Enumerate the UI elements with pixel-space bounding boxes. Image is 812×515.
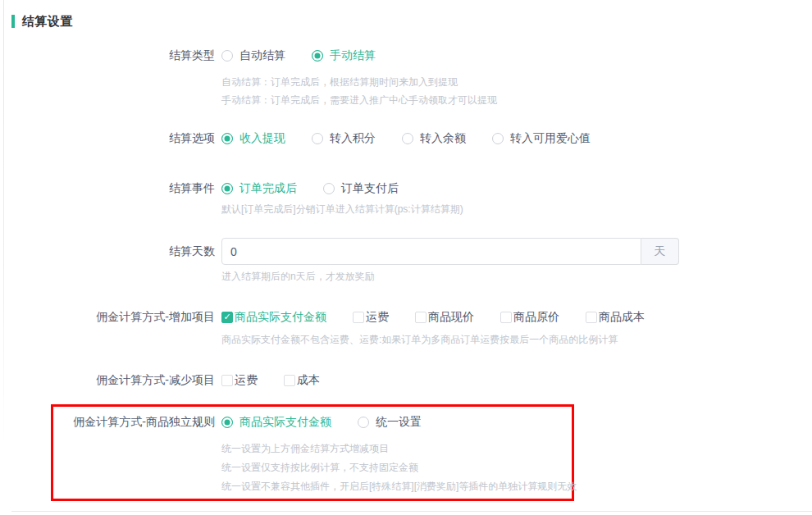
- highlight-red-box: 佣金计算方式-商品独立规则 商品实际支付金额 统一设置 统一设置为上方佣金结算方…: [51, 404, 574, 501]
- radio-manual-settlement[interactable]: 手动结算: [312, 48, 376, 63]
- radio-auto-settlement[interactable]: 自动结算: [221, 48, 285, 63]
- radio-manual-settlement-label: 手动结算: [330, 48, 376, 63]
- radio-icon: [221, 50, 233, 62]
- commission-add-row: 佣金计算方式-增加项目 商品实际支付金额 运费 商品现价 商品原价 商品成本: [0, 309, 812, 325]
- help-line: 统一设置不兼容其他插件，开启后[特殊结算][消费奖励]等插件的单独计算规则无效: [221, 477, 572, 496]
- checkbox-freight[interactable]: 运费: [353, 309, 389, 325]
- radio-to-balance[interactable]: 转入余额: [402, 130, 466, 146]
- commission-independent-label: 佣金计算方式-商品独立规则: [53, 414, 215, 430]
- checkbox-icon: [221, 375, 233, 386]
- radio-order-paid[interactable]: 订单支付后: [323, 180, 399, 196]
- checkbox-minus-cost-label: 成本: [297, 372, 320, 388]
- radio-to-points-label: 转入积分: [330, 130, 376, 146]
- help-line: 自动结算：订单完成后，根据结算期时间来加入到提现: [221, 73, 812, 91]
- checkbox-product-actual-payment[interactable]: 商品实际支付金额: [221, 309, 326, 325]
- commission-minus-row: 佣金计算方式-减少项目 运费 成本: [0, 372, 812, 388]
- settlement-days-input[interactable]: [221, 238, 641, 265]
- help-line: 进入结算期后的n天后，才发放奖励: [221, 268, 812, 285]
- checkbox-freight-label: 运费: [366, 309, 389, 325]
- radio-icon: [492, 133, 504, 144]
- checkbox-product-cost-label: 商品成本: [599, 309, 645, 325]
- settle-type-help: 自动结算：订单完成后，根据结算期时间来加入到提现 手动结算：订单完成后，需要进入…: [221, 73, 812, 109]
- settle-option-label: 结算选项: [0, 130, 215, 146]
- radio-income-withdraw-label: 收入提现: [239, 130, 285, 146]
- radio-unified-setting-label: 统一设置: [376, 414, 422, 430]
- section-header: 结算设置: [0, 0, 812, 30]
- help-line: 默认[订单完成后]分销订单进入结算计算(ps:计算结算期): [221, 201, 812, 217]
- settle-days-input-group: 天: [221, 238, 679, 265]
- radio-to-balance-label: 转入余额: [420, 130, 466, 146]
- checkbox-original-price-label: 商品原价: [513, 309, 559, 325]
- checkbox-product-actual-payment-label: 商品实际支付金额: [235, 309, 326, 325]
- settle-event-label: 结算事件: [0, 180, 215, 196]
- radio-order-paid-label: 订单支付后: [341, 180, 399, 196]
- commission-minus-label: 佣金计算方式-减少项目: [0, 372, 215, 388]
- commission-independent-help: 统一设置为上方佣金结算方式增减项目 统一设置仅支持按比例计算，不支持固定金额 统…: [221, 440, 572, 496]
- radio-to-love-value-label: 转入可用爱心值: [510, 130, 591, 146]
- radio-auto-settlement-label: 自动结算: [239, 48, 285, 63]
- checkbox-icon: [586, 312, 597, 323]
- radio-selected-icon: [312, 50, 323, 62]
- radio-icon: [402, 133, 413, 144]
- radio-icon: [323, 183, 335, 194]
- title-accent-bar: [11, 15, 15, 28]
- help-line: 统一设置为上方佣金结算方式增减项目: [221, 440, 572, 458]
- settle-event-row: 结算事件 订单完成后 订单支付后: [0, 180, 812, 196]
- radio-to-love-value[interactable]: 转入可用爱心值: [492, 130, 591, 146]
- radio-product-actual-payment-label: 商品实际支付金额: [239, 414, 331, 430]
- settle-option-row: 结算选项 收入提现 转入积分 转入余额 转入可用爱心值: [0, 130, 812, 146]
- checkbox-icon: [500, 312, 512, 323]
- radio-selected-icon: [221, 133, 233, 144]
- settle-days-label: 结算天数: [0, 244, 215, 259]
- commission-independent-row: 佣金计算方式-商品独立规则 商品实际支付金额 统一设置: [53, 414, 572, 430]
- radio-selected-icon: [221, 417, 233, 428]
- checkbox-icon: [353, 312, 364, 323]
- radio-income-withdraw[interactable]: 收入提现: [221, 130, 285, 146]
- radio-unified-setting[interactable]: 统一设置: [358, 414, 422, 430]
- settle-days-help: 进入结算期后的n天后，才发放奖励: [221, 268, 812, 285]
- settle-type-label: 结算类型: [0, 48, 215, 63]
- checkbox-current-price-label: 商品现价: [428, 309, 474, 325]
- checkbox-current-price[interactable]: 商品现价: [415, 309, 474, 325]
- checkbox-minus-cost[interactable]: 成本: [284, 372, 320, 388]
- checkbox-minus-freight[interactable]: 运费: [221, 372, 258, 388]
- days-unit-label: 天: [641, 238, 679, 265]
- settle-type-row: 结算类型 自动结算 手动结算: [0, 48, 812, 63]
- checkbox-original-price[interactable]: 商品原价: [500, 309, 559, 325]
- help-line: 统一设置仅支持按比例计算，不支持固定金额: [221, 458, 572, 477]
- radio-icon: [312, 133, 323, 144]
- panel-bottom-divider: [11, 511, 812, 512]
- commission-add-label: 佣金计算方式-增加项目: [0, 309, 215, 325]
- radio-icon: [358, 417, 369, 428]
- help-line: 手动结算：订单完成后，需要进入推广中心手动领取才可以提现: [221, 91, 812, 109]
- checkbox-icon: [284, 375, 295, 386]
- radio-to-points[interactable]: 转入积分: [312, 130, 376, 146]
- radio-selected-icon: [221, 183, 233, 194]
- checkbox-checked-icon: [221, 312, 233, 323]
- settle-days-row: 结算天数 天: [0, 238, 812, 265]
- checkbox-icon: [415, 312, 427, 323]
- settle-event-help: 默认[订单完成后]分销订单进入结算计算(ps:计算结算期): [221, 201, 812, 217]
- help-line: 商品实际支付金额不包含运费、运费:如果订单为多商品订单运费按最后一个商品的比例计…: [221, 331, 812, 348]
- settlement-settings-panel: 结算设置 结算类型 自动结算 手动结算 自动结算：订单完成后，根据结算期时间来加…: [0, 0, 812, 515]
- checkbox-product-cost[interactable]: 商品成本: [586, 309, 645, 325]
- page-title: 结算设置: [22, 14, 73, 30]
- radio-order-completed-label: 订单完成后: [239, 180, 297, 196]
- panel-left-border: [3, 0, 4, 443]
- checkbox-minus-freight-label: 运费: [235, 372, 258, 388]
- radio-order-completed[interactable]: 订单完成后: [221, 180, 297, 196]
- radio-product-actual-payment[interactable]: 商品实际支付金额: [221, 414, 331, 430]
- commission-add-help: 商品实际支付金额不包含运费、运费:如果订单为多商品订单运费按最后一个商品的比例计…: [221, 331, 812, 348]
